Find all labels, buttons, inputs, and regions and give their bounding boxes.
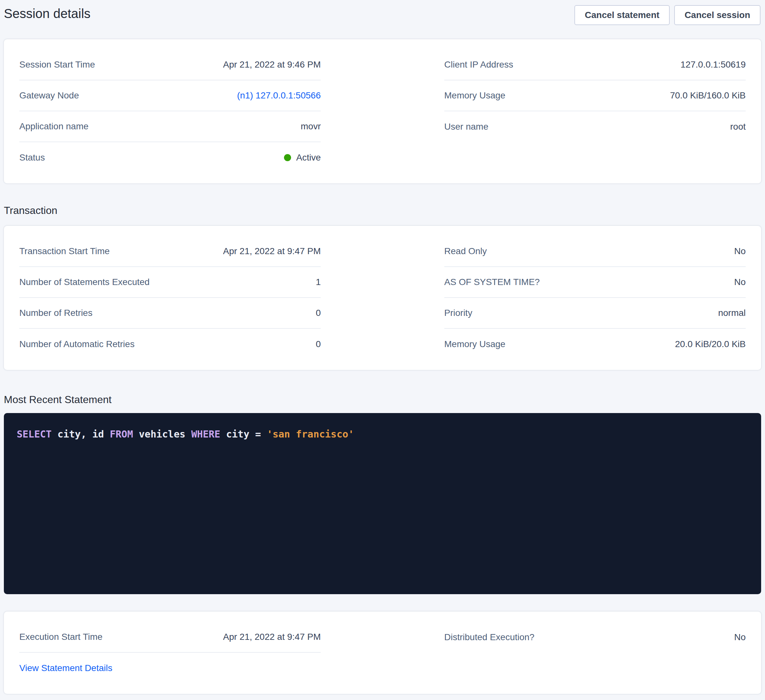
sql-text: vehicles [133, 428, 191, 440]
status-text: Active [296, 152, 321, 163]
execution-card-right-column: Distributed Execution? No [444, 622, 746, 684]
session-memory-usage-value: 70.0 KiB/160.0 KiB [670, 90, 746, 101]
number-of-retries-label: Number of Retries [19, 308, 93, 318]
row-view-statement-details: View Statement Details [19, 653, 321, 684]
page-title: Session details [4, 5, 90, 22]
row-as-of-system-time: AS OF SYSTEM TIME? No [444, 267, 746, 298]
sql-keyword-from: FROM [110, 428, 133, 440]
session-start-time-label: Session Start Time [19, 60, 95, 70]
session-card-right-column: Client IP Address 127.0.0.1:50619 Memory… [444, 50, 746, 173]
gateway-node-link[interactable]: (n1) 127.0.0.1:50566 [237, 90, 321, 101]
row-priority: Priority normal [444, 298, 746, 329]
row-distributed-execution: Distributed Execution? No [444, 622, 746, 653]
sql-text: city = [220, 428, 267, 440]
automatic-retries-value: 0 [316, 339, 321, 349]
as-of-system-time-value: No [734, 277, 746, 287]
most-recent-statement-heading: Most Recent Statement [0, 393, 765, 406]
user-name-label: User name [444, 122, 488, 132]
priority-value: normal [718, 308, 746, 318]
row-statements-executed: Number of Statements Executed 1 [19, 267, 321, 298]
transaction-heading: Transaction [0, 204, 765, 217]
view-statement-details-link[interactable]: View Statement Details [19, 663, 112, 673]
sql-string-literal: 'san francisco' [267, 428, 354, 440]
read-only-label: Read Only [444, 246, 487, 256]
number-of-retries-value: 0 [316, 308, 321, 318]
status-active-dot-icon [284, 154, 291, 161]
priority-label: Priority [444, 308, 472, 318]
row-number-of-retries: Number of Retries 0 [19, 298, 321, 329]
transaction-card-left-column: Transaction Start Time Apr 21, 2022 at 9… [19, 236, 321, 359]
session-summary-card: Session Start Time Apr 21, 2022 at 9:46 … [4, 39, 761, 184]
distributed-execution-value: No [734, 632, 746, 642]
row-client-ip-address: Client IP Address 127.0.0.1:50619 [444, 50, 746, 80]
row-automatic-retries: Number of Automatic Retries 0 [19, 329, 321, 359]
user-name-value: root [730, 122, 746, 132]
row-gateway-node: Gateway Node (n1) 127.0.0.1:50566 [19, 80, 321, 111]
automatic-retries-label: Number of Automatic Retries [19, 339, 135, 349]
sql-text: city, id [52, 428, 110, 440]
as-of-system-time-label: AS OF SYSTEM TIME? [444, 277, 540, 287]
sql-statement: SELECT city, id FROM vehicles WHERE city… [17, 427, 748, 441]
page-header: Session details Cancel statement Cancel … [0, 0, 765, 25]
transaction-card: Transaction Start Time Apr 21, 2022 at 9… [4, 226, 761, 370]
row-session-memory-usage: Memory Usage 70.0 KiB/160.0 KiB [444, 80, 746, 111]
client-ip-value: 127.0.0.1:50619 [681, 60, 746, 70]
cancel-session-button[interactable]: Cancel session [674, 5, 760, 25]
statements-executed-label: Number of Statements Executed [19, 277, 150, 287]
execution-start-time-value: Apr 21, 2022 at 9:47 PM [223, 632, 321, 642]
statements-executed-value: 1 [316, 277, 321, 287]
transaction-card-right-column: Read Only No AS OF SYSTEM TIME? No Prior… [444, 236, 746, 359]
read-only-value: No [734, 246, 746, 256]
sql-keyword-where: WHERE [191, 428, 220, 440]
row-session-start-time: Session Start Time Apr 21, 2022 at 9:46 … [19, 50, 321, 80]
distributed-execution-label: Distributed Execution? [444, 632, 534, 642]
transaction-memory-usage-value: 20.0 KiB/20.0 KiB [675, 339, 746, 349]
session-memory-usage-label: Memory Usage [444, 90, 505, 101]
status-label: Status [19, 152, 45, 163]
execution-card-left-column: Execution Start Time Apr 21, 2022 at 9:4… [19, 622, 321, 684]
row-transaction-memory-usage: Memory Usage 20.0 KiB/20.0 KiB [444, 329, 746, 359]
application-name-label: Application name [19, 121, 88, 132]
execution-card: Execution Start Time Apr 21, 2022 at 9:4… [4, 612, 761, 694]
gateway-node-label: Gateway Node [19, 90, 79, 101]
row-transaction-start-time: Transaction Start Time Apr 21, 2022 at 9… [19, 236, 321, 267]
row-user-name: User name root [444, 111, 746, 142]
sql-statement-box: SELECT city, id FROM vehicles WHERE city… [4, 413, 761, 594]
execution-start-time-label: Execution Start Time [19, 632, 102, 642]
row-application-name: Application name movr [19, 111, 321, 142]
application-name-value: movr [301, 121, 321, 132]
transaction-memory-usage-label: Memory Usage [444, 339, 505, 349]
row-status: Status Active [19, 142, 321, 173]
client-ip-label: Client IP Address [444, 60, 513, 70]
row-read-only: Read Only No [444, 236, 746, 267]
cancel-statement-button[interactable]: Cancel statement [575, 5, 670, 25]
status-badge: Active [284, 152, 321, 163]
sql-keyword-select: SELECT [17, 428, 52, 440]
session-start-time-value: Apr 21, 2022 at 9:46 PM [223, 60, 321, 70]
transaction-start-time-label: Transaction Start Time [19, 246, 110, 256]
transaction-start-time-value: Apr 21, 2022 at 9:47 PM [223, 246, 321, 256]
header-actions: Cancel statement Cancel session [575, 5, 760, 25]
session-card-left-column: Session Start Time Apr 21, 2022 at 9:46 … [19, 50, 321, 173]
session-details-page: Session details Cancel statement Cancel … [0, 0, 765, 699]
row-execution-start-time: Execution Start Time Apr 21, 2022 at 9:4… [19, 622, 321, 653]
